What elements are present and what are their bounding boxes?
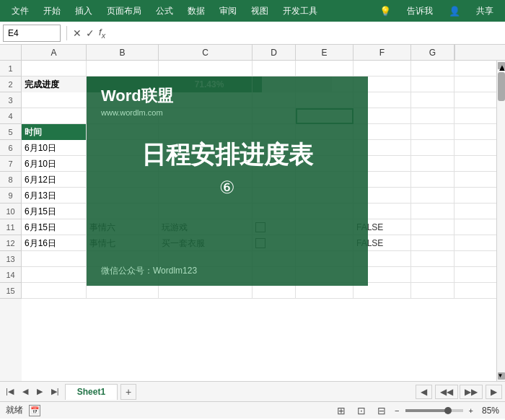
cell-a3[interactable] — [22, 92, 87, 108]
menu-formula[interactable]: 公式 — [150, 4, 179, 19]
cell-g4[interactable] — [411, 108, 454, 124]
formula-input[interactable] — [108, 25, 502, 42]
col-header-e[interactable]: E — [296, 45, 354, 60]
user-icon: 👤 — [444, 4, 465, 18]
cell-g11[interactable] — [411, 219, 454, 235]
scrollbar-thumb[interactable] — [498, 72, 505, 101]
cell-g10[interactable] — [411, 204, 454, 219]
cell-a5[interactable]: 时间 — [22, 124, 87, 140]
tab-first-btn[interactable]: |◀ — [3, 385, 17, 398]
col-header-d[interactable]: D — [252, 45, 296, 60]
cell-e1[interactable] — [296, 61, 354, 76]
watermark-title: 日程安排进度表 — [101, 139, 354, 172]
scrollbar-up-arrow[interactable]: ▲ — [498, 62, 505, 69]
row-num-1: 1 — [0, 61, 22, 76]
menu-tell-me[interactable]: 告诉我 — [401, 4, 439, 19]
scrollbar-down-arrow[interactable]: ▼ — [498, 372, 505, 380]
menu-review[interactable]: 审阅 — [214, 4, 242, 19]
vertical-scrollbar[interactable]: ▲ ▼ — [496, 61, 505, 381]
row-num-14: 14 — [0, 267, 22, 283]
col-header-c[interactable]: C — [159, 45, 252, 60]
cell-a4[interactable] — [22, 108, 87, 124]
col-header-a[interactable]: A — [22, 45, 87, 60]
fx-icon[interactable]: fx — [99, 27, 105, 40]
tab-prev-btn[interactable]: ◀ — [19, 385, 31, 398]
cell-a10[interactable]: 6月15日 — [22, 204, 87, 219]
row-num-13: 13 — [0, 251, 22, 267]
cell-a7[interactable]: 6月10日 — [22, 156, 87, 172]
cell-f1[interactable] — [354, 61, 411, 76]
menu-page-layout[interactable]: 页面布局 — [101, 4, 147, 19]
cell-g14[interactable] — [411, 267, 454, 283]
cell-b1[interactable] — [87, 61, 159, 76]
cell-g8[interactable] — [411, 172, 454, 188]
cell-a2[interactable]: 完成进度 — [22, 76, 87, 92]
col-header-g[interactable]: G — [411, 45, 454, 60]
cell-g2[interactable] — [411, 76, 454, 92]
formula-icons: ✕ ✓ fx — [73, 27, 105, 40]
cell-reference[interactable]: E4 — [3, 25, 61, 42]
normal-view-btn[interactable]: ⊞ — [334, 403, 348, 418]
menu-dev-tools[interactable]: 开发工具 — [277, 4, 323, 19]
menu-share[interactable]: 共享 — [470, 4, 499, 19]
menu-insert[interactable]: 插入 — [69, 4, 98, 19]
col-header-f[interactable]: F — [354, 45, 411, 60]
table-row — [22, 61, 496, 76]
zoom-slider[interactable] — [405, 409, 463, 412]
cell-a1[interactable] — [22, 61, 87, 76]
cell-g5[interactable] — [411, 124, 454, 140]
cell-a11[interactable]: 6月15日 — [22, 219, 87, 235]
row-num-4: 4 — [0, 108, 22, 124]
tab-scroll-right[interactable]: ▶ — [486, 385, 502, 399]
cell-g15[interactable] — [411, 283, 454, 299]
page-layout-btn[interactable]: ⊡ — [354, 403, 369, 418]
col-header-b[interactable]: B — [87, 45, 159, 60]
row-num-10: 10 — [0, 204, 22, 219]
row-num-2: 2 — [0, 76, 22, 92]
tab-next-btn[interactable]: ▶ — [34, 385, 45, 398]
add-sheet-button[interactable]: + — [120, 384, 136, 400]
cell-a13[interactable] — [22, 251, 87, 267]
menu-view[interactable]: 视图 — [245, 4, 274, 19]
cell-g1[interactable] — [411, 61, 454, 76]
cell-g7[interactable] — [411, 156, 454, 172]
cell-a15[interactable] — [22, 283, 87, 299]
sheet-tab-1[interactable]: Sheet1 — [65, 384, 118, 400]
page-break-btn[interactable]: ⊟ — [374, 403, 389, 418]
cell-a12[interactable]: 6月16日 — [22, 235, 87, 251]
cell-a6[interactable]: 6月10日 — [22, 140, 87, 156]
menu-data[interactable]: 数据 — [182, 4, 211, 19]
zoom-thumb[interactable] — [444, 407, 452, 414]
confirm-icon[interactable]: ✓ — [86, 27, 95, 39]
menu-file[interactable]: 文件 — [6, 4, 35, 19]
menu-home[interactable]: 开始 — [38, 4, 66, 19]
cell-a14[interactable] — [22, 267, 87, 283]
cell-g6[interactable] — [411, 140, 454, 156]
status-bar: 就绪 📅 ⊞ ⊡ ⊟ − + 85% — [0, 401, 505, 419]
formula-bar: E4 ✕ ✓ fx — [0, 22, 505, 45]
tab-scroll-left[interactable]: ◀ — [416, 385, 432, 399]
status-ready: 就绪 — [6, 404, 23, 416]
cell-d1[interactable] — [252, 61, 296, 76]
tab-page-right[interactable]: ▶▶ — [460, 385, 483, 399]
row-num-9: 9 — [0, 188, 22, 204]
formula-divider — [66, 26, 67, 40]
zoom-minus[interactable]: − — [395, 406, 399, 415]
tab-last-btn[interactable]: ▶| — [48, 385, 62, 398]
cell-a9[interactable]: 6月13日 — [22, 188, 87, 204]
cell-g9[interactable] — [411, 188, 454, 204]
cancel-icon[interactable]: ✕ — [73, 27, 82, 39]
cell-c1[interactable] — [159, 61, 252, 76]
lightbulb-icon: 💡 — [375, 4, 395, 18]
tab-page-left[interactable]: ◀◀ — [435, 385, 458, 399]
cell-g13[interactable] — [411, 251, 454, 267]
row-num-5: 5 — [0, 124, 22, 140]
cell-g12[interactable] — [411, 235, 454, 251]
cell-a8[interactable]: 6月12日 — [22, 172, 87, 188]
zoom-plus[interactable]: + — [469, 406, 473, 415]
zoom-level: 85% — [482, 406, 499, 416]
menu-right: 💡 告诉我 👤 共享 — [375, 4, 499, 19]
cell-g3[interactable] — [411, 92, 454, 108]
grid-body: 1 2 3 4 5 6 7 8 9 10 11 12 13 14 15 — [0, 61, 505, 381]
row-num-header — [0, 45, 22, 60]
